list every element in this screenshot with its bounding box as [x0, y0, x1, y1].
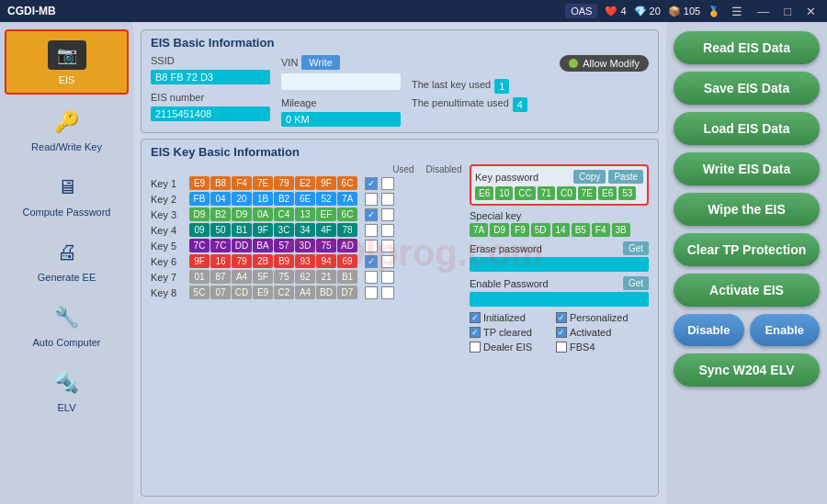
key8-label: Key 8 [151, 287, 186, 298]
key6-checkboxes: ✓ [365, 255, 394, 268]
fbs4-label: FBS4 [570, 342, 595, 353]
titlebar-right: OAS ❤️ 4 💎 20 📦 105 🏅 ☰ — □ ✕ [565, 4, 820, 18]
key-row-4: Key 4 0950B19F3C344F78 [151, 223, 462, 237]
key6-used-cb[interactable]: ✓ [365, 255, 378, 268]
key3-cells: D9B2D90AC413EF6C [189, 207, 357, 221]
key8-used-cb[interactable] [365, 286, 378, 299]
maximize-button[interactable]: □ [780, 5, 795, 18]
key5-disabled-cb[interactable] [381, 240, 394, 252]
content-area: EIS Basic Information SSID B8 FB 72 D3 E… [133, 22, 666, 504]
key2-disabled-cb[interactable] [381, 193, 394, 206]
menu-icon[interactable]: ☰ [728, 5, 746, 18]
dealer-eis-cb[interactable] [470, 342, 481, 353]
wipe-eis-button[interactable]: Wipe the EIS [674, 193, 820, 226]
key-pwd-label: Key password [475, 172, 538, 183]
write-eis-button[interactable]: Write EIS Data [674, 152, 820, 185]
key-pwd-header: Key password Copy Paste [475, 170, 643, 184]
key1-disabled-cb[interactable] [381, 177, 394, 190]
activate-eis-button[interactable]: Activate EIS [674, 274, 820, 307]
eis-basic-title: EIS Basic Information [151, 36, 274, 50]
penultimate-label: The penultimate used [412, 97, 509, 112]
medal-icon: 🏅 [708, 6, 720, 17]
key-row-8: Key 8 5C07CDE9C2A4BDD7 [151, 286, 462, 299]
key4-used-cb[interactable] [365, 224, 378, 237]
sk-cell-8: 3B [612, 223, 630, 237]
key-pwd-values: E6 10 CC 71 C0 7E E6 53 [475, 186, 643, 200]
save-eis-button[interactable]: Save EIS Data [674, 72, 820, 105]
key3-used-cb[interactable]: ✓ [365, 208, 378, 221]
key-row-6: Key 6 9F16792BB9939469 ✓ [151, 254, 462, 268]
sidebar-generate-label: Generate EE [38, 272, 96, 283]
key4-label: Key 4 [151, 225, 186, 236]
key-row-2: Key 2 FB04201BB26E527A [151, 192, 462, 206]
key2-checkboxes [365, 193, 394, 206]
key5-cells: 7C7CDDBA573D75AD [189, 239, 357, 252]
sidebar-item-generate[interactable]: 🖨 Generate EE [5, 229, 129, 290]
allow-modify-button[interactable]: Allow Modify [560, 55, 649, 72]
key7-label: Key 7 [151, 272, 186, 283]
key7-disabled-cb[interactable] [381, 271, 394, 284]
pwd-cell-7: E6 [598, 186, 617, 200]
key8-checkboxes [365, 286, 394, 299]
sk-cell-4: 5D [531, 223, 550, 237]
tp-cleared-cb[interactable]: ✓ [470, 327, 481, 338]
penultimate-value: 4 [513, 97, 527, 112]
enable-get-button[interactable]: Get [623, 276, 649, 290]
disabled-header: Disabled [425, 164, 462, 174]
sidebar-compute-label: Compute Password [23, 207, 111, 218]
status-tp-cleared: ✓ TP cleared [470, 327, 552, 338]
diamond-stat: 💎 20 [634, 6, 661, 17]
pwd-cell-8: 53 [618, 186, 636, 200]
box-stat: 📦 105 [668, 6, 700, 17]
personalized-cb[interactable]: ✓ [556, 312, 567, 323]
activated-label: Activated [570, 327, 611, 338]
copy-button[interactable]: Copy [573, 170, 606, 184]
key5-used-cb[interactable] [365, 240, 378, 252]
key7-used-cb[interactable] [365, 271, 378, 284]
key1-used-cb[interactable]: ✓ [365, 177, 378, 190]
initialized-cb[interactable]: ✓ [470, 312, 481, 323]
eis-number-label: EIS number [151, 92, 270, 103]
read-eis-button[interactable]: Read EIS Data [674, 31, 820, 64]
eis-basic-header: EIS Basic Information [151, 36, 649, 50]
activated-cb[interactable]: ✓ [556, 327, 567, 338]
eis-key-panel: EIS Key Basic Information Used Disabled … [141, 139, 659, 497]
key7-checkboxes [365, 271, 394, 284]
enable-button[interactable]: Enable [750, 314, 821, 346]
load-eis-button[interactable]: Load EIS Data [674, 112, 820, 145]
pwd-cell-1: E6 [475, 186, 493, 200]
key2-used-cb[interactable] [365, 193, 378, 206]
key8-cells: 5C07CDE9C2A4BDD7 [189, 286, 357, 299]
clear-tp-button[interactable]: Clear TP Protection [674, 233, 820, 266]
toggle-indicator [569, 59, 578, 68]
minimize-button[interactable]: — [753, 5, 773, 18]
oas-label: OAS [565, 4, 597, 18]
eis-key-header: EIS Key Basic Information [151, 145, 649, 159]
status-personalized: ✓ Personalized [556, 312, 639, 323]
write-button[interactable]: Write [301, 55, 339, 70]
disable-button[interactable]: Disable [674, 314, 744, 346]
special-key-values: 7A D9 F9 5D 14 B5 F4 3B [470, 223, 649, 237]
key2-cells: FB04201BB26E527A [189, 192, 357, 206]
sidebar-item-eis[interactable]: 📷 EIS [5, 29, 129, 95]
sidebar-item-readwrite[interactable]: 🔑 Read/Write Key [5, 98, 129, 160]
key6-disabled-cb[interactable] [381, 255, 394, 268]
generate-icon: 🖨 [45, 236, 89, 269]
close-button[interactable]: ✕ [802, 5, 820, 18]
erase-get-button[interactable]: Get [623, 241, 649, 255]
pwd-cell-4: 71 [538, 186, 555, 200]
sidebar-item-elv[interactable]: 🔩 ELV [5, 359, 129, 420]
pwd-cell-5: C0 [557, 186, 576, 200]
key4-disabled-cb[interactable] [381, 224, 394, 237]
sidebar-item-compute[interactable]: 🖥 Compute Password [5, 163, 129, 225]
paste-button[interactable]: Paste [608, 170, 643, 184]
key1-label: Key 1 [151, 178, 186, 189]
key1-checkboxes: ✓ [365, 177, 394, 190]
sync-w204-button[interactable]: Sync W204 ELV [674, 353, 820, 386]
disable-enable-row: Disable Enable [674, 314, 820, 346]
key-row-3: Key 3 D9B2D90AC413EF6C ✓ [151, 207, 462, 221]
key8-disabled-cb[interactable] [381, 286, 394, 299]
sidebar-item-auto[interactable]: 🔧 Auto Computer [5, 294, 129, 355]
key3-disabled-cb[interactable] [381, 208, 394, 221]
fbs4-cb[interactable] [556, 342, 567, 353]
